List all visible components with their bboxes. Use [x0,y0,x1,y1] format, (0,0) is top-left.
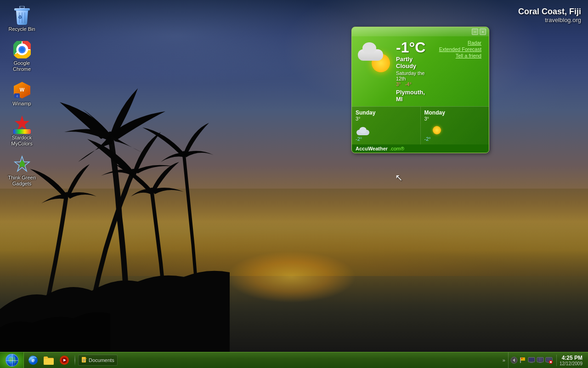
weather-widget: ─ × -1°C Partly Cloudy Saturday the 12th… [351,27,489,153]
svg-text:♻: ♻ [18,15,22,20]
desktop-icon-think-green-gadgets[interactable]: Think GreenGadgets [5,153,39,189]
tray-flag-icon[interactable] [519,356,526,364]
wallpaper-site: travelblog.org [518,17,581,23]
sunday-cloud-icon [356,127,370,135]
weather-minimize-button[interactable]: ─ [472,29,478,35]
svg-rect-34 [83,359,85,360]
start-button[interactable] [0,352,24,368]
svg-rect-47 [539,358,540,361]
start-globe-icon [6,354,18,367]
taskbar-right: » [499,352,588,368]
google-chrome-icon [13,40,31,59]
svg-point-8 [20,47,24,52]
forecast-sunday-high: 3° [356,116,417,121]
svg-rect-36 [83,361,85,362]
desktop-icons: ♻ Recycle Bin [5,5,39,189]
forecast-monday-label: Monday [424,109,486,116]
taskbar-ie-icon[interactable]: e [26,353,40,368]
svg-rect-0 [20,6,24,8]
winamp-icon: W ♫ [13,81,31,99]
think-green-gadgets-label: Think GreenGadgets [8,175,36,187]
wallpaper-location: Coral Coast, Fiji [518,7,581,17]
taskbar-quick-launch: e [24,353,74,368]
weather-info: -1°C Partly Cloudy Saturday the 12th 3° … [396,40,432,103]
taskbar-folder-icon[interactable] [41,353,56,368]
forecast-day-monday: Monday 3° -2° [421,107,489,144]
forecast-monday-low: -2° [424,136,486,142]
weather-date: Saturday the 12th [396,70,432,81]
tray-monitor-icon[interactable] [528,356,535,364]
forecast-sunday-icon [356,122,372,135]
clock-time: 4:25 PM [560,355,582,361]
recycle-bin-icon: ♻ [13,6,31,25]
weather-low: -4° [405,81,412,87]
weather-brand-name: AccuWeather [356,146,388,151]
svg-rect-41 [521,358,522,359]
quick-launch-separator [74,355,75,366]
monday-sun-icon [433,126,441,134]
tray-monitor2-icon[interactable] [537,356,544,364]
svg-text:e: e [32,357,34,363]
weather-close-button[interactable]: × [480,29,486,35]
tray-close-icon[interactable] [545,356,553,364]
documents-label: Documents [89,357,114,363]
weather-brand: AccuWeather .com® [352,144,489,153]
taskbar-tasks: Documents [76,355,499,366]
weather-location: Plymouth, MI [396,89,432,103]
desktop-icon-winamp[interactable]: W ♫ Winamp [5,79,39,109]
stardock-mycolors-label: StardockMyColors [11,135,32,147]
cloud-icon [356,42,385,61]
taskbar-media-player-icon[interactable] [57,353,72,368]
taskbar: e [0,352,588,368]
svg-point-21 [9,357,12,362]
weather-brand-suffix: .com® [390,146,404,151]
weather-condition: Partly Cloudy [396,56,432,69]
google-chrome-label: GoogleChrome [13,60,31,72]
weather-titlebar: ─ × [352,27,489,36]
weather-tell-friend-link[interactable]: Tell a friend [456,53,481,58]
weather-links: Radar Extended Forecast Tell a friend [435,40,485,103]
svg-rect-18 [13,129,31,134]
forecast-sunday-label: Sunday [356,109,417,116]
weather-radar-link[interactable]: Radar [468,40,481,46]
clock-date: 12/12/2009 [560,361,582,366]
system-clock[interactable]: 4:25 PM 12/12/2009 [556,355,585,366]
weather-main: -1°C Partly Cloudy Saturday the 12th 3° … [352,36,489,106]
svg-point-23 [14,360,17,363]
desktop-icon-recycle-bin[interactable]: ♻ Recycle Bin [5,5,39,34]
svg-rect-48 [539,362,542,363]
weather-icon-area [356,40,392,77]
weather-high: 3° [396,81,401,87]
weather-forecast: Sunday 3° -2° Monday 3° -2° [352,106,489,144]
svg-text:♫: ♫ [16,94,18,98]
weather-range: 3° -4° [396,81,432,87]
desktop: Coral Coast, Fiji travelblog.org [0,0,588,368]
svg-rect-44 [530,362,533,363]
forecast-sunday-low: -2° [356,136,417,142]
documents-task-button[interactable]: Documents [78,355,118,366]
weather-temperature: -1°C [396,40,432,55]
palm-trees [0,42,276,355]
svg-rect-43 [529,358,534,361]
svg-rect-35 [83,360,85,361]
think-green-gadgets-icon [13,155,31,173]
taskbar-expand-button[interactable]: » [502,357,506,363]
desktop-icon-google-chrome[interactable]: GoogleChrome [5,39,39,74]
svg-text:W: W [19,87,24,92]
forecast-day-sunday: Sunday 3° -2° [352,107,421,144]
desktop-icon-stardock-mycolors[interactable]: StardockMyColors [5,113,39,149]
weather-extended-forecast-link[interactable]: Extended Forecast [439,46,481,52]
tray-back-icon[interactable] [510,356,518,364]
svg-marker-16 [15,115,29,130]
forecast-monday-icon [424,122,441,135]
svg-rect-39 [520,357,525,361]
forecast-monday-high: 3° [424,116,486,121]
wallpaper-label: Coral Coast, Fiji travelblog.org [518,7,581,23]
stardock-mycolors-icon [13,115,31,133]
svg-rect-1 [14,8,30,11]
system-tray [508,352,554,368]
recycle-bin-label: Recycle Bin [8,26,35,32]
winamp-label: Winamp [12,101,31,107]
